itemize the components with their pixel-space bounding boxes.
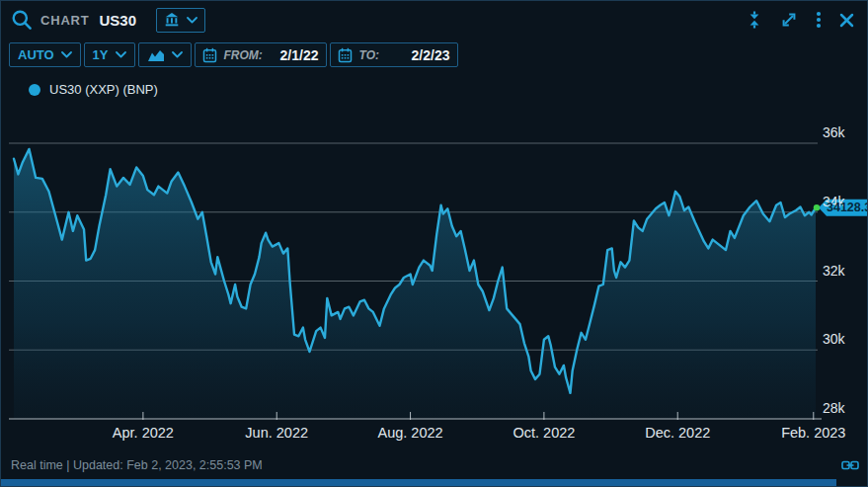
chevron-down-icon xyxy=(172,51,183,58)
title-bar: CHART US30 xyxy=(1,1,867,39)
chart-type-dropdown[interactable] xyxy=(138,42,192,67)
chevron-down-icon xyxy=(116,51,126,58)
to-value: 2/2/23 xyxy=(386,47,450,63)
zoom-mode-dropdown[interactable]: AUTO xyxy=(9,42,81,67)
x-tick-label: Oct. 2022 xyxy=(513,425,575,441)
to-date-field[interactable]: TO: 2/2/23 xyxy=(330,42,458,67)
from-label: FROM: xyxy=(224,48,263,62)
x-tick-label: Dec. 2022 xyxy=(645,425,710,441)
to-label: TO: xyxy=(359,48,379,62)
search-icon[interactable] xyxy=(11,9,33,31)
data-source-dropdown[interactable] xyxy=(156,8,205,33)
x-tick-label: Jun. 2022 xyxy=(245,425,308,441)
chevron-down-icon xyxy=(61,51,72,58)
price-chart[interactable] xyxy=(1,1,868,487)
last-price-tag: 34128.3 xyxy=(827,200,868,215)
y-tick-label: 36k xyxy=(823,124,845,140)
bank-icon xyxy=(164,12,180,28)
chart-widget: 36k34k32k30k28k Apr. 2022Jun. 2022Aug. 2… xyxy=(0,0,868,487)
time-range-dropdown[interactable]: 1Y xyxy=(84,42,135,67)
collapse-vertical-icon[interactable] xyxy=(747,11,762,29)
y-tick-label: 30k xyxy=(823,331,845,347)
kebab-menu-icon[interactable] xyxy=(816,11,822,29)
area-fill xyxy=(14,149,816,419)
title-bar-actions xyxy=(747,11,867,29)
y-tick-label: 28k xyxy=(823,400,845,416)
area-chart-icon xyxy=(147,48,165,62)
status-text: Real time | Updated: Feb 2, 2023, 2:55:5… xyxy=(11,458,263,472)
status-bar: Real time | Updated: Feb 2, 2023, 2:55:5… xyxy=(1,451,867,479)
widget-title: CHART xyxy=(40,13,90,28)
bottom-accent-strip xyxy=(1,479,836,486)
x-tick-label: Aug. 2022 xyxy=(378,425,443,441)
link-icon[interactable] xyxy=(841,459,859,471)
calendar-icon xyxy=(202,47,217,63)
chevron-down-icon xyxy=(187,17,197,24)
close-icon[interactable] xyxy=(839,13,854,28)
calendar-icon xyxy=(338,47,353,63)
legend-item[interactable]: US30 (XXP) (BNP) xyxy=(29,82,158,97)
chart-toolbar: AUTO 1Y xyxy=(1,41,867,68)
x-tick-label: Apr. 2022 xyxy=(113,425,174,441)
from-value: 2/1/22 xyxy=(270,47,319,63)
zoom-mode-label: AUTO xyxy=(18,47,54,62)
series-color-dot xyxy=(29,84,40,96)
series-name: US30 (XXP) (BNP) xyxy=(49,82,158,97)
expand-icon[interactable] xyxy=(780,11,798,29)
from-date-field[interactable]: FROM: 2/1/22 xyxy=(195,42,327,67)
time-range-label: 1Y xyxy=(93,47,109,62)
x-tick-label: Feb. 2023 xyxy=(781,425,845,441)
last-point-dot xyxy=(814,204,820,210)
y-tick-label: 32k xyxy=(823,263,845,279)
symbol-label: US30 xyxy=(100,12,137,29)
